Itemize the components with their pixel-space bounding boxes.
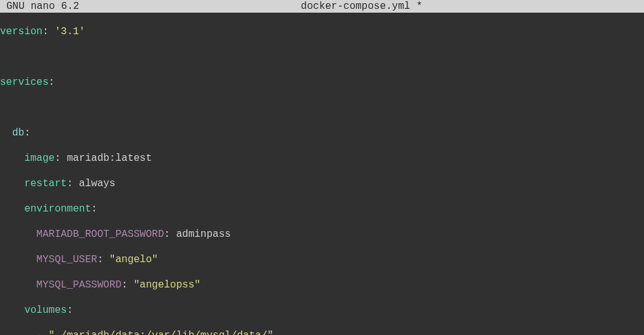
db-environment-key: environment	[24, 203, 91, 215]
db-volumes-key: volumes	[24, 305, 66, 316]
dash-icon: -	[37, 330, 43, 335]
app-name: GNU nano 6.2	[0, 0, 79, 13]
yaml-key-version: version	[0, 26, 42, 37]
env-pw-key: MYSQL_PASSWORD	[37, 279, 121, 291]
db-image-val: mariadb:latest	[67, 153, 152, 164]
db-image-key: image	[24, 153, 54, 164]
env-root-pw-key: MARIADB_ROOT_PASSWORD	[37, 229, 164, 240]
env-root-pw-val: adminpass	[176, 229, 230, 240]
yaml-key-services: services	[0, 77, 49, 88]
db-vol1: "./mariadb/data:/var/lib/mysql/data/"	[49, 330, 273, 335]
filename: docker-compose.yml *	[79, 0, 644, 13]
service-db: db	[12, 127, 24, 139]
editor-content[interactable]: version: '3.1' services: db: image: mari…	[0, 13, 644, 335]
env-user-val: "angelo"	[109, 254, 158, 265]
db-restart-key: restart	[24, 178, 66, 189]
db-restart-val: always	[79, 178, 116, 189]
yaml-val-version: '3.1'	[54, 26, 85, 37]
env-user-key: MYSQL_USER	[37, 254, 97, 265]
env-pw-val: "angelopss"	[133, 279, 201, 291]
titlebar: GNU nano 6.2 docker-compose.yml *	[0, 0, 644, 13]
